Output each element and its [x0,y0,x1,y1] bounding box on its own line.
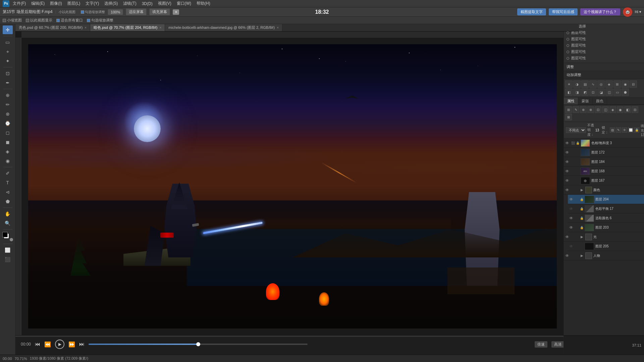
tool-eraser[interactable]: ◻ [3,128,13,137]
fit-screen-btn[interactable]: 适应屏幕 [126,8,147,15]
layer-opt-5[interactable]: ⊡ [595,106,601,113]
user-greeting[interactable]: Hi ▾ [635,10,641,14]
adjust-levels[interactable]: ▤ [581,80,589,88]
timeline-next-frame-btn[interactable]: ⏭ [79,341,85,347]
layer-item-8[interactable]: 👁 🔒 选取颜色 6 [568,214,644,223]
adjust-invert[interactable]: ⊡ [589,88,597,96]
layer-opt-4[interactable]: ⊕ [587,106,594,113]
tab-2-close[interactable]: × [159,26,161,29]
menu-view[interactable]: 视图(V) [156,1,173,6]
menu-3d[interactable]: 3D(D) [140,1,155,6]
lock-artboard-btn[interactable]: ⬜ [628,127,633,133]
tool-crop[interactable]: ⊡ [3,69,13,78]
layer-opt-10[interactable]: ⊟ [632,106,638,113]
layer-group-expand-icon-12[interactable]: ▶ [581,254,583,257]
timeline-prev-frame-btn[interactable]: ⏮ [35,341,40,347]
layer-item-3[interactable]: 👁 abc 图层 168 [564,167,644,176]
lock-all-btn[interactable]: 🔒 [634,127,639,133]
menu-window[interactable]: 窗口(W) [175,1,193,6]
layer-item-9[interactable]: 👁 🔒 图层 203 [568,223,644,232]
tool-gradient[interactable]: ◼ [3,138,13,146]
tool-text[interactable]: T [3,178,13,187]
tool-shape[interactable]: ⬟ [3,197,13,206]
layer-opt-9[interactable]: ◧ [624,106,631,113]
adjust-brightness[interactable]: ☀ [565,80,573,88]
checkbox-2[interactable] [26,19,29,22]
adjust-hsl[interactable]: ⊞ [613,80,621,88]
layer-item-2[interactable]: 👁 图层 184 [564,157,644,167]
layer-opt-1[interactable]: ⊞ [565,106,572,113]
foreground-color-swatch[interactable] [2,232,8,237]
zoom-value-display[interactable]: 100% [108,9,123,15]
adjust-vibrance[interactable]: ◈ [605,80,613,88]
layer-item-11[interactable]: 👁 图层 205 [568,242,644,251]
tool-move[interactable]: ✛ [3,25,13,34]
history-item-3[interactable]: 图层可性 [564,36,644,42]
menu-help[interactable]: 帮助(H) [195,1,212,6]
tool-zoom[interactable]: 🔍 [3,219,13,228]
timeline-thumb[interactable] [196,342,200,346]
layer-item-12[interactable]: 👁 ▶ 人物 [564,251,644,260]
layer-opt-8[interactable]: ◉ [617,106,624,113]
tool-spot-heal[interactable]: ⊕ [3,91,13,100]
timeline-speed-btn[interactable]: 倍速 [535,341,547,348]
adjust-selective-color[interactable]: ⬟ [622,88,629,96]
layer-item-5[interactable]: 👁 ▶ 颜色 [564,185,644,195]
layer-visibility-icon-11[interactable]: 👁 [569,244,574,249]
timeline-progress-track[interactable] [15,336,644,337]
tool-eyedropper[interactable]: ✒ [3,78,13,87]
blend-mode-select[interactable]: 不同点 正常 溶解 [566,127,586,133]
layer-visibility-icon-6[interactable]: 👁 [569,197,574,202]
lock-move-btn[interactable]: ✛ [622,127,627,133]
layer-item-6[interactable]: 👁 🔒 图层 204 [568,195,644,204]
lock-transparent-btn[interactable]: ▨ [610,127,615,133]
layer-visibility-icon-9[interactable]: 👁 [569,225,574,230]
screenshot-text-btn[interactable]: 截图提取文字 [517,8,546,15]
tab-properties[interactable]: 属性 [564,98,578,105]
layer-visibility-icon-7[interactable]: 👁 [569,206,574,211]
layer-opt-7[interactable]: ◈ [609,106,616,113]
foreground-background-colors[interactable] [2,232,13,241]
tool-blur[interactable]: ◈ [3,147,13,156]
tool-lasso[interactable]: ⌖ [3,47,13,56]
adjust-contrast[interactable]: ◑ [573,80,581,88]
menu-image[interactable]: 图像(I) [48,1,64,6]
swap-colors-icon[interactable] [10,238,13,241]
menu-text[interactable]: 文字(Y) [84,1,101,6]
checkbox-1[interactable] [3,19,6,22]
tab-1-close[interactable]: × [85,26,87,29]
layer-visibility-icon-1[interactable]: 👁 [565,150,570,155]
history-item-5[interactable]: 图层可性 [564,49,644,55]
menu-layer[interactable]: 图层(L) [65,1,83,6]
tool-path-select[interactable]: ⊲ [3,188,13,196]
adjust-gradient-map[interactable]: ▭ [613,88,621,96]
history-item-4[interactable]: 图层可性 [564,42,644,49]
tab-3[interactable]: michele-botticelli-arkham-dawnmed.jpg @ … [165,24,282,31]
layer-group-expand-icon[interactable]: ▶ [581,188,583,192]
ai-explain-btn[interactable]: 这个视频讲了什么？ [580,8,620,15]
layer-visibility-icon-2[interactable]: 👁 [565,160,570,164]
layer-item-4[interactable]: 👁 ◎ 图层 167 [564,176,644,185]
timeline-play-btn[interactable]: ▶ [55,340,64,349]
layer-item-10[interactable]: 👁 ▶ 光 [564,232,644,242]
tool-clone-stamp[interactable]: ⊗ [3,110,13,118]
tab-paths[interactable]: 颜色 [593,98,607,105]
tool-brush[interactable]: ✏ [3,100,13,109]
adjust-channel-mixer[interactable]: ◨ [573,88,581,96]
layer-item-0[interactable]: 👁 ⬛ 🔒 色相/饱和度 3 [564,138,644,148]
tool-hand[interactable]: ✋ [3,209,13,218]
write-review-btn[interactable]: 帮我写后后感 [549,8,578,15]
adjust-threshold[interactable]: ◫ [605,88,613,96]
layer-visibility-icon-0[interactable]: 👁 [565,141,570,145]
layer-opt-11[interactable]: ⊠ [565,114,572,120]
checkbox-4[interactable] [87,19,90,22]
tool-history-brush[interactable]: ⌚ [3,119,13,128]
layer-visibility-icon-12[interactable]: 👁 [565,253,570,258]
artwork-canvas[interactable] [28,44,557,328]
layer-visibility-icon-4[interactable]: 👁 [565,178,570,183]
layer-item-7[interactable]: 👁 🔒 色彩平衡 17 [568,204,644,214]
layer-visibility-icon-3[interactable]: 👁 [565,169,570,174]
timeline-fwd-5s-btn[interactable]: ⏩ [68,341,75,348]
timeline-seek-bar[interactable] [89,344,308,345]
tool-magic-wand[interactable]: ✦ [3,57,13,65]
